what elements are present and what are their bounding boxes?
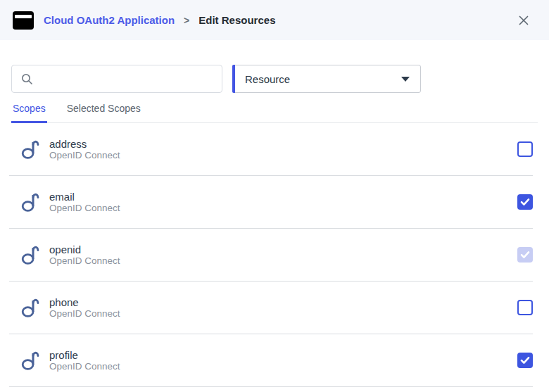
close-button[interactable] (515, 12, 532, 29)
search-box[interactable] (11, 65, 222, 93)
scope-row: openid OpenID Connect (9, 229, 533, 282)
close-icon (518, 15, 529, 26)
tab-scopes[interactable]: Scopes (11, 103, 47, 123)
application-window-icon (13, 11, 34, 30)
scopes-list: address OpenID Connect email OpenID Conn… (9, 123, 533, 387)
scope-text: phone OpenID Connect (49, 296, 120, 320)
checkmark-icon (520, 251, 530, 259)
resource-dropdown-value: Resource (245, 73, 290, 85)
scope-name: address (49, 138, 120, 150)
scope-text: email OpenID Connect (49, 191, 120, 214)
breadcrumb-chevron-icon: > (184, 15, 189, 26)
scope-name: profile (49, 349, 120, 361)
scope-row: email OpenID Connect (9, 176, 533, 229)
scope-row: address OpenID Connect (9, 123, 533, 176)
modal-header: Cloud OAuth2 Application > Edit Resource… (0, 0, 549, 40)
scope-name: phone (49, 296, 120, 308)
scope-name: openid (49, 244, 120, 255)
scope-text: openid OpenID Connect (49, 244, 120, 267)
openid-logo-icon (21, 297, 39, 318)
scope-row: phone OpenID Connect (9, 282, 533, 334)
page-title: Edit Resources (198, 14, 275, 26)
filter-toolbar: Resource (0, 65, 549, 93)
checkmark-icon (520, 356, 530, 365)
tab-selected-scopes[interactable]: Selected Scopes (65, 103, 142, 123)
scope-name: email (49, 191, 120, 203)
openid-logo-icon (21, 244, 39, 265)
scope-checkbox[interactable] (517, 194, 533, 210)
search-input[interactable] (40, 65, 222, 92)
scope-type: OpenID Connect (49, 150, 120, 161)
scope-row: profile OpenID Connect (9, 334, 533, 387)
scope-checkbox[interactable] (517, 300, 533, 315)
scope-text: profile OpenID Connect (49, 349, 120, 372)
resource-dropdown[interactable]: Resource (232, 65, 421, 93)
scope-checkbox (517, 247, 533, 263)
scope-type: OpenID Connect (49, 361, 120, 372)
scope-type: OpenID Connect (49, 308, 120, 320)
scope-text: address OpenID Connect (49, 138, 120, 161)
scope-checkbox[interactable] (517, 141, 533, 157)
openid-logo-icon (21, 350, 39, 371)
checkmark-icon (520, 198, 530, 206)
openid-logo-icon (21, 191, 39, 213)
openid-logo-icon (21, 139, 39, 160)
scope-checkbox[interactable] (517, 353, 533, 368)
breadcrumb-app-link[interactable]: Cloud OAuth2 Application (44, 14, 175, 26)
tab-bar: Scopes Selected Scopes (11, 103, 538, 123)
scope-type: OpenID Connect (49, 255, 120, 267)
scope-type: OpenID Connect (49, 203, 120, 214)
chevron-down-icon (401, 77, 410, 82)
search-icon (21, 73, 33, 85)
dropdown-accent-bar (232, 65, 235, 93)
